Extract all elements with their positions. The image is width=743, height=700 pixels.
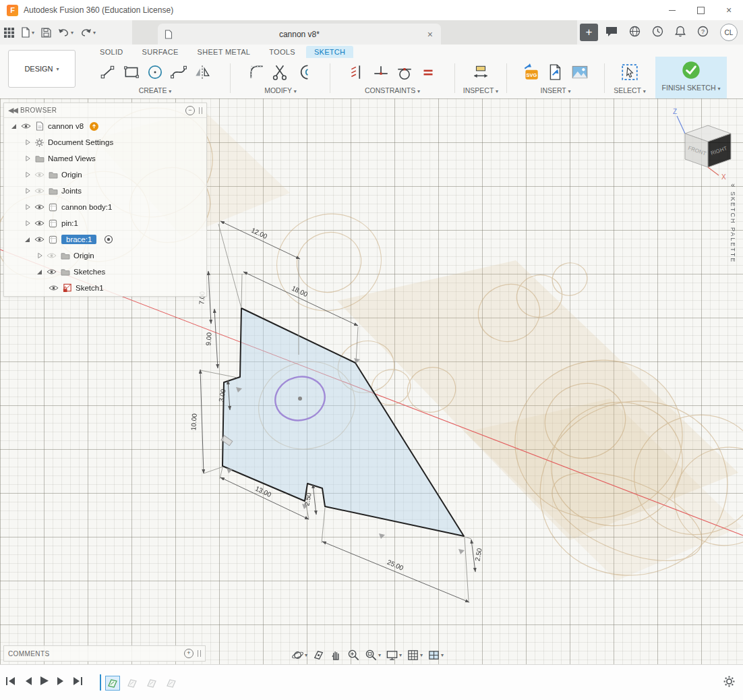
- browser-item-document[interactable]: cannon v8: [4, 118, 206, 134]
- step-forward-button[interactable]: [57, 676, 65, 688]
- rectangle-tool-button[interactable]: [123, 63, 140, 81]
- timeline-position-marker[interactable]: [100, 674, 101, 691]
- expand-arrow-icon[interactable]: [24, 171, 31, 178]
- tab-tools[interactable]: TOOLS: [261, 46, 303, 58]
- offset-tool-button[interactable]: [295, 63, 313, 81]
- tab-solid[interactable]: SOLID: [92, 46, 131, 58]
- dimension-label[interactable]: 10.00: [189, 413, 198, 430]
- measure-tool-button[interactable]: [472, 63, 489, 81]
- dimension-label[interactable]: 2.50: [473, 547, 483, 562]
- viewcube[interactable]: Z FRONT RIGHT X: [666, 105, 740, 183]
- step-back-button[interactable]: [24, 676, 32, 688]
- expand-arrow-icon[interactable]: [36, 252, 43, 259]
- collapse-all-button[interactable]: −: [185, 106, 195, 115]
- dimension-label[interactable]: 18.00: [291, 285, 309, 299]
- web-button[interactable]: [629, 26, 641, 39]
- tangent-constraint-button[interactable]: [396, 63, 413, 81]
- dimension-label[interactable]: 9.00: [204, 332, 212, 346]
- comments-bar[interactable]: COMMENTS +: [3, 645, 206, 662]
- expand-comments-button[interactable]: +: [184, 649, 194, 658]
- grid-settings-button[interactable]: ▾: [407, 649, 423, 662]
- panel-grip[interactable]: [198, 650, 201, 657]
- timeline-feature-sketch[interactable]: [144, 676, 159, 691]
- browser-item-pin[interactable]: pin:1: [4, 215, 206, 231]
- insert-image-button[interactable]: [570, 63, 589, 82]
- viewports-button[interactable]: ▾: [427, 649, 444, 662]
- notifications-button[interactable]: [675, 26, 686, 39]
- visibility-eye-icon[interactable]: [34, 236, 44, 243]
- help-button[interactable]: ?: [697, 26, 709, 39]
- trim-tool-button[interactable]: [272, 63, 289, 81]
- expand-arrow-icon[interactable]: [36, 268, 43, 275]
- activate-component-radio[interactable]: [104, 235, 113, 244]
- skip-end-button[interactable]: [73, 676, 84, 688]
- collapse-panel-icon[interactable]: ◀◀: [8, 106, 17, 115]
- minimize-button[interactable]: [658, 0, 686, 20]
- display-settings-button[interactable]: ▾: [386, 649, 402, 662]
- timeline-feature-sketch[interactable]: [125, 676, 140, 691]
- visibility-eye-icon[interactable]: [47, 268, 57, 275]
- browser-item-sketch1[interactable]: Sketch1: [4, 280, 206, 296]
- browser-item-cannon-body[interactable]: cannon body:1: [4, 199, 206, 215]
- expand-arrow-icon[interactable]: [24, 139, 31, 146]
- redo-button[interactable]: ▾: [80, 28, 96, 37]
- skip-start-button[interactable]: [5, 676, 16, 688]
- expand-arrow-icon[interactable]: [24, 204, 31, 210]
- expand-arrow-icon[interactable]: [11, 123, 18, 129]
- constraints-menu[interactable]: CONSTRAINTS ▾: [332, 86, 453, 94]
- workspace-selector-button[interactable]: DESIGN ▾: [8, 50, 76, 88]
- browser-item-origin[interactable]: Origin: [4, 167, 206, 183]
- sketch-center-point[interactable]: [298, 397, 302, 401]
- spline-tool-button[interactable]: [170, 63, 187, 81]
- visibility-eye-icon[interactable]: [49, 285, 59, 291]
- pan-button[interactable]: [330, 649, 343, 662]
- modify-menu[interactable]: MODIFY ▾: [232, 86, 329, 94]
- look-at-button[interactable]: [312, 649, 325, 662]
- timeline-feature-sketch-active[interactable]: [105, 676, 120, 691]
- visibility-eye-icon-hidden[interactable]: [34, 187, 44, 194]
- expand-arrow-icon[interactable]: [24, 155, 31, 162]
- browser-item-sketches[interactable]: Sketches: [4, 264, 206, 280]
- visibility-eye-icon[interactable]: [21, 123, 31, 129]
- browser-item-brace[interactable]: brace:1: [4, 231, 206, 247]
- select-tool-button[interactable]: [620, 63, 639, 82]
- avatar[interactable]: CL: [720, 24, 738, 41]
- tab-sheet-metal[interactable]: SHEET METAL: [189, 46, 259, 58]
- activity-button[interactable]: [652, 26, 663, 39]
- dimension-label[interactable]: 25.00: [386, 558, 405, 572]
- visibility-eye-icon-hidden[interactable]: [34, 171, 44, 178]
- expand-arrow-icon[interactable]: [24, 236, 31, 243]
- horizontal-vertical-constraint-button[interactable]: [349, 63, 366, 81]
- timeline-settings-button[interactable]: [723, 676, 735, 689]
- dimension-label[interactable]: 12.00: [250, 227, 269, 241]
- equal-constraint-button[interactable]: [419, 63, 437, 81]
- job-status-button[interactable]: [605, 26, 618, 39]
- dimension-label[interactable]: 2.50: [303, 492, 312, 506]
- save-button[interactable]: [41, 28, 51, 38]
- browser-item-joints[interactable]: Joints: [4, 183, 206, 199]
- expand-arrow-icon[interactable]: [24, 187, 31, 194]
- document-tab[interactable]: cannon v8* ×: [158, 24, 441, 45]
- line-tool-button[interactable]: [99, 63, 117, 81]
- select-menu[interactable]: SELECT ▾: [606, 86, 653, 94]
- browser-item-brace-origin[interactable]: Origin: [4, 247, 206, 264]
- finish-sketch-menu[interactable]: FINISH SKETCH ▾: [655, 84, 727, 92]
- orbit-button[interactable]: ▾: [291, 649, 307, 662]
- fit-button[interactable]: ▾: [365, 649, 381, 662]
- inspect-menu[interactable]: INSPECT ▾: [456, 86, 505, 94]
- maximize-button[interactable]: [686, 0, 715, 20]
- zoom-button[interactable]: [347, 649, 360, 662]
- insert-decal-button[interactable]: [547, 63, 564, 81]
- browser-item-document-settings[interactable]: Document Settings: [4, 134, 206, 150]
- expand-arrow-icon[interactable]: [24, 220, 31, 227]
- tab-close-icon[interactable]: ×: [426, 29, 434, 40]
- tab-sketch[interactable]: SKETCH: [306, 46, 353, 58]
- coincident-constraint-button[interactable]: [372, 63, 390, 81]
- insert-menu[interactable]: INSERT ▾: [508, 86, 603, 94]
- model-canvas[interactable]: 12.00 18.00 7.00 9.00 3.00 10.00 13.00 2…: [0, 98, 743, 664]
- circle-tool-button[interactable]: [146, 63, 164, 81]
- panel-grip[interactable]: [199, 107, 202, 114]
- fillet-tool-button[interactable]: [248, 63, 266, 81]
- visibility-eye-icon-hidden[interactable]: [47, 252, 57, 259]
- tab-surface[interactable]: SURFACE: [134, 46, 187, 58]
